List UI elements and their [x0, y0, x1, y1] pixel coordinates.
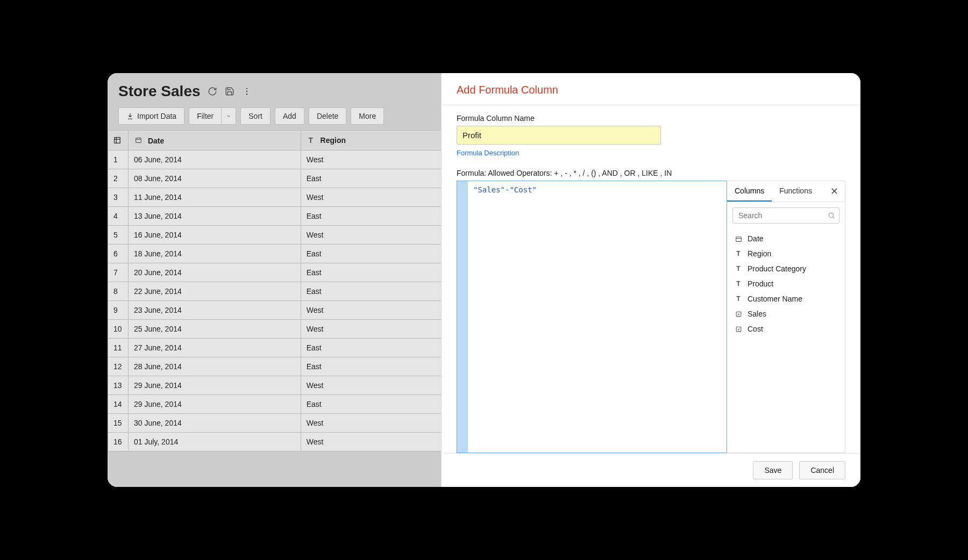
column-picker-item[interactable]: TProduct Category	[727, 261, 845, 276]
cell-date: 25 June, 2014	[129, 319, 301, 338]
row-number: 2	[108, 169, 129, 188]
save-icon[interactable]	[224, 86, 235, 97]
name-label: Formula Column Name	[457, 114, 845, 123]
formula-description-link[interactable]: Formula Description	[457, 149, 845, 157]
row-number: 8	[108, 282, 129, 300]
header-region: Region	[321, 136, 346, 145]
cancel-button[interactable]: Cancel	[799, 461, 845, 479]
cell-region: East	[301, 282, 449, 300]
cell-region: West	[301, 413, 449, 432]
svg-point-10	[829, 213, 833, 217]
editor-gutter	[457, 181, 468, 453]
cell-date: 28 June, 2014	[129, 357, 301, 376]
formula-name-input[interactable]	[457, 126, 661, 145]
more-options-icon[interactable]	[241, 86, 252, 97]
svg-line-11	[833, 217, 835, 219]
panel-footer: Save Cancel	[442, 453, 860, 487]
row-number: 3	[108, 188, 129, 206]
cell-date: 29 June, 2014	[129, 394, 301, 413]
number-type-icon: #	[735, 325, 742, 333]
svg-text:#: #	[737, 312, 739, 315]
svg-point-2	[246, 94, 247, 95]
cell-date: 22 June, 2014	[129, 282, 301, 300]
cell-region: East	[301, 394, 449, 413]
cell-date: 18 June, 2014	[129, 244, 301, 263]
close-icon: ✕	[830, 186, 838, 197]
column-picker-label: Product Category	[748, 264, 806, 273]
import-icon	[126, 112, 134, 120]
number-type-icon: #	[735, 310, 742, 318]
formula-editor[interactable]: "Sales"-"Cost"	[457, 181, 727, 453]
side-search	[727, 202, 845, 229]
column-picker-item[interactable]: TRegion	[727, 246, 845, 261]
cell-region: East	[301, 357, 449, 376]
panel-title: Add Formula Column	[442, 73, 860, 102]
row-number: 15	[108, 413, 129, 432]
import-data-button[interactable]: Import Data	[118, 107, 184, 125]
text-type-icon: T	[307, 136, 315, 145]
row-number: 12	[108, 357, 129, 376]
row-number: 9	[108, 300, 129, 319]
cell-date: 06 June, 2014	[129, 150, 301, 169]
text-type-icon: T	[735, 295, 742, 303]
cell-date: 20 June, 2014	[129, 263, 301, 282]
tab-functions[interactable]: Functions	[772, 181, 820, 202]
svg-point-0	[246, 88, 247, 89]
side-tabs: Columns Functions ✕	[727, 181, 845, 202]
filter-dropdown-button[interactable]	[221, 107, 236, 125]
column-picker-label: Product	[748, 279, 773, 288]
column-picker-label: Date	[748, 234, 764, 243]
formula-label: Formula: Allowed Operators: + , - , * , …	[457, 169, 845, 177]
cell-date: 13 June, 2014	[129, 206, 301, 225]
cell-region: East	[301, 263, 449, 282]
svg-text:#: #	[737, 327, 739, 331]
column-picker-item[interactable]: TProduct	[727, 276, 845, 291]
cell-date: 23 June, 2014	[129, 300, 301, 319]
formula-panel: Add Formula Column Formula Column Name F…	[441, 73, 860, 487]
sort-button[interactable]: Sort	[240, 107, 271, 125]
refresh-icon[interactable]	[207, 86, 218, 97]
column-picker-label: Sales	[748, 310, 766, 318]
text-type-icon: T	[735, 250, 742, 257]
column-header-config[interactable]	[108, 131, 129, 150]
column-header-region[interactable]: T Region	[301, 131, 449, 150]
svg-rect-12	[736, 236, 741, 241]
column-picker-item[interactable]: Date	[727, 231, 845, 246]
cell-region: West	[301, 225, 449, 244]
cell-region: West	[301, 150, 449, 169]
delete-button[interactable]: Delete	[309, 107, 346, 125]
chevron-down-icon	[226, 113, 231, 119]
column-header-date[interactable]: Date	[129, 131, 301, 150]
cell-date: 29 June, 2014	[129, 376, 301, 394]
row-number: 10	[108, 319, 129, 338]
close-side-panel-button[interactable]: ✕	[824, 185, 845, 197]
cell-region: West	[301, 188, 449, 206]
cell-region: West	[301, 300, 449, 319]
tab-columns[interactable]: Columns	[727, 181, 772, 202]
cell-region: East	[301, 338, 449, 357]
cell-date: 27 June, 2014	[129, 338, 301, 357]
header-date: Date	[148, 137, 164, 145]
row-number: 6	[108, 244, 129, 263]
more-button[interactable]: More	[351, 107, 384, 125]
row-number: 14	[108, 394, 129, 413]
column-picker-item[interactable]: #Cost	[727, 321, 845, 336]
svg-rect-6	[136, 138, 141, 142]
page-title: Store Sales	[118, 83, 201, 100]
row-number: 16	[108, 432, 129, 451]
column-picker-item[interactable]: TCustomer Name	[727, 291, 845, 306]
add-button[interactable]: Add	[275, 107, 304, 125]
filter-button[interactable]: Filter	[189, 107, 221, 125]
column-search-input[interactable]	[732, 207, 839, 224]
row-number: 4	[108, 206, 129, 225]
editor-row: "Sales"-"Cost" Columns Functions ✕	[457, 181, 845, 453]
column-list: DateTRegionTProduct CategoryTProductTCus…	[727, 229, 845, 453]
cell-region: West	[301, 376, 449, 394]
row-number: 11	[108, 338, 129, 357]
formula-text: "Sales"-"Cost"	[468, 181, 542, 453]
cell-region: West	[301, 432, 449, 451]
column-picker-item[interactable]: #Sales	[727, 306, 845, 321]
save-button[interactable]: Save	[753, 461, 793, 479]
cell-region: West	[301, 319, 449, 338]
cell-date: 01 July, 2014	[129, 432, 301, 451]
